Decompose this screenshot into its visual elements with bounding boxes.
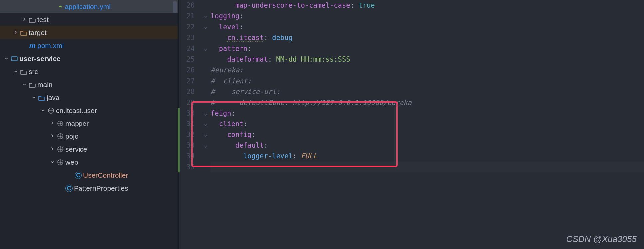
code-line[interactable]: logger-level: FULL xyxy=(211,151,644,161)
tree-node-label: application.yml xyxy=(64,0,111,13)
code-line[interactable]: dateformat: MM-dd HH:mm:ss:SSS xyxy=(211,54,644,65)
expand-chevron-icon[interactable] xyxy=(3,52,10,65)
expand-chevron-icon[interactable] xyxy=(12,65,19,78)
tree-node-label: user-service xyxy=(19,52,61,65)
tree-row[interactable]: target xyxy=(0,26,179,39)
tree-node-label: cn.itcast.user xyxy=(55,104,97,117)
code-line[interactable]: # defaultZone: http://127.0.0.1:10086/eu… xyxy=(211,97,644,108)
line-number-gutter: 20212223242526272829303132333435 xyxy=(179,0,201,249)
tree-node-icon xyxy=(37,95,46,101)
fold-marker[interactable] xyxy=(201,22,211,32)
expand-chevron-icon[interactable] xyxy=(39,104,47,117)
fold-marker xyxy=(201,54,211,65)
tree-node-icon xyxy=(28,17,37,23)
expand-chevron-icon[interactable] xyxy=(12,26,19,39)
maven-file-icon: m xyxy=(29,39,36,52)
class-icon: C xyxy=(65,185,73,192)
tree-row[interactable]: cn.itcast.user xyxy=(0,104,179,117)
code-line[interactable]: #eureka: xyxy=(211,65,644,75)
line-number: 20 xyxy=(179,0,201,11)
code-line[interactable]: default: xyxy=(211,140,644,151)
code-line[interactable]: cn.itcast: debug xyxy=(211,32,644,43)
package-icon xyxy=(57,159,64,166)
fold-marker[interactable] xyxy=(201,129,211,140)
tree-row[interactable]: service xyxy=(0,143,179,156)
line-number: 26 xyxy=(179,65,201,75)
line-number: 29 xyxy=(179,97,201,108)
line-number: 32 xyxy=(179,129,201,140)
tree-node-label: target xyxy=(28,26,47,39)
tree-node-label: main xyxy=(37,78,53,91)
svg-rect-1 xyxy=(11,58,12,58)
tree-node-icon xyxy=(19,30,28,36)
expand-chevron-icon[interactable] xyxy=(21,78,28,91)
expand-chevron-icon[interactable] xyxy=(30,91,37,104)
fold-column[interactable] xyxy=(201,0,211,249)
svg-rect-0 xyxy=(11,57,17,61)
code-editor[interactable]: 20212223242526272829303132333435 map-und… xyxy=(179,0,644,249)
tree-node-icon xyxy=(56,133,65,140)
expand-chevron-icon[interactable] xyxy=(49,143,56,156)
line-number: 28 xyxy=(179,86,201,97)
tree-row[interactable]: pojo xyxy=(0,130,179,143)
code-line[interactable]: logging: xyxy=(211,11,644,21)
expand-chevron-icon[interactable] xyxy=(21,13,28,26)
line-number: 21 xyxy=(179,11,201,21)
fold-marker[interactable] xyxy=(201,119,211,129)
code-line[interactable]: # client: xyxy=(211,76,644,86)
fold-marker xyxy=(201,97,211,108)
line-number: 23 xyxy=(179,32,201,43)
tree-row[interactable]: mpom.xml xyxy=(0,39,179,52)
code-line[interactable]: pattern: xyxy=(211,43,644,54)
tree-node-icon xyxy=(56,120,65,127)
code-line[interactable]: map-underscore-to-camel-case: true xyxy=(211,0,644,11)
fold-marker xyxy=(201,151,211,161)
expand-chevron-icon[interactable] xyxy=(49,130,56,143)
fold-marker xyxy=(201,86,211,97)
fold-marker[interactable] xyxy=(201,108,211,119)
tree-node-icon xyxy=(56,146,65,153)
expand-chevron-icon[interactable] xyxy=(49,117,56,130)
class-icon: C xyxy=(75,172,82,179)
fold-marker xyxy=(201,162,211,172)
tree-row[interactable]: CUserController xyxy=(0,169,179,182)
line-number: 27 xyxy=(179,76,201,86)
fold-marker[interactable] xyxy=(201,140,211,151)
folder-icon xyxy=(38,95,45,101)
code-line[interactable]: level: xyxy=(211,22,644,32)
tree-row[interactable]: ⌁application.yml xyxy=(0,0,179,13)
tree-node-label: PatternProperties xyxy=(73,182,128,195)
vcs-change-bar xyxy=(178,108,180,172)
line-number: 30 xyxy=(179,108,201,119)
code-line[interactable]: # service-url: xyxy=(211,86,644,97)
fold-marker[interactable] xyxy=(201,11,211,21)
yaml-file-icon: ⌁ xyxy=(58,0,62,13)
tree-row[interactable]: test xyxy=(0,13,179,26)
tree-row[interactable]: CPatternProperties xyxy=(0,182,179,195)
package-icon xyxy=(57,120,64,127)
tree-scrollbar-thumb[interactable] xyxy=(173,1,177,13)
folder-icon xyxy=(20,30,27,36)
app-root: ⌁application.ymltesttargetmpom.xmluser-s… xyxy=(0,0,644,249)
project-tree-panel: ⌁application.ymltesttargetmpom.xmluser-s… xyxy=(0,0,179,249)
fold-marker[interactable] xyxy=(201,43,211,54)
tree-node-label: pom.xml xyxy=(37,39,64,52)
code-area[interactable]: map-underscore-to-camel-case: trueloggin… xyxy=(211,0,644,249)
tree-row[interactable]: web xyxy=(0,156,179,169)
tree-node-icon xyxy=(28,82,37,88)
code-line[interactable]: config: xyxy=(211,129,644,140)
code-line[interactable] xyxy=(211,162,644,172)
fold-marker xyxy=(201,32,211,43)
tree-row[interactable]: java xyxy=(0,91,179,104)
line-number: 31 xyxy=(179,119,201,129)
project-tree[interactable]: ⌁application.ymltesttargetmpom.xmluser-s… xyxy=(0,0,179,195)
tree-row[interactable]: mapper xyxy=(0,117,179,130)
tree-row[interactable]: main xyxy=(0,78,179,91)
tree-row[interactable]: src xyxy=(0,65,179,78)
code-line[interactable]: client: xyxy=(211,119,644,129)
expand-chevron-icon[interactable] xyxy=(49,156,56,169)
tree-node-icon: C xyxy=(65,185,73,192)
folder-icon xyxy=(20,69,27,75)
tree-row[interactable]: user-service xyxy=(0,52,179,65)
code-line[interactable]: feign: xyxy=(211,108,644,119)
